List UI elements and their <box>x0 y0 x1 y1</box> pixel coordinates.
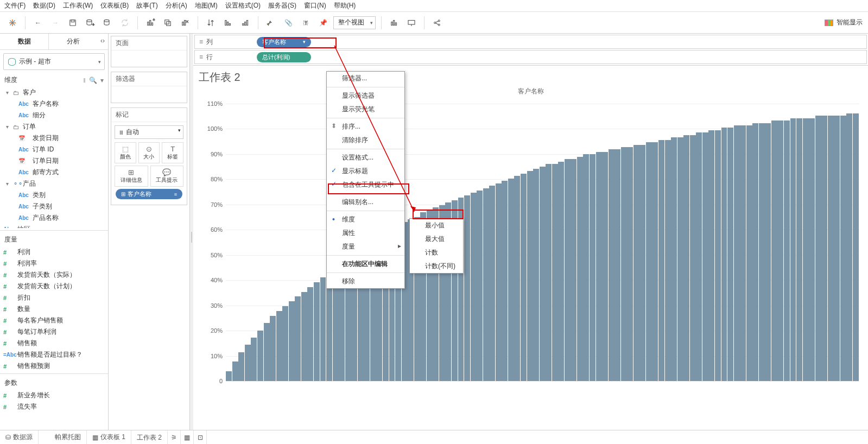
bar[interactable] <box>307 287 313 381</box>
bar[interactable] <box>502 181 508 381</box>
tab-sheet2[interactable]: 工作表 2 <box>131 430 168 444</box>
ctx-count[interactable]: 计数 <box>410 246 463 259</box>
rows-shelf[interactable]: ≡行 总计(利润) <box>194 50 867 64</box>
marks-tooltip[interactable]: 💬工具提示 <box>150 166 184 187</box>
bar[interactable] <box>734 125 740 381</box>
bar[interactable] <box>577 157 583 381</box>
share-icon[interactable] <box>430 16 444 30</box>
field-segment[interactable]: Abc细分 <box>0 110 108 121</box>
smart-show-button[interactable]: 智能显示 <box>825 18 863 27</box>
bar[interactable] <box>846 113 852 381</box>
field-order-date[interactable]: 📅订单日期 <box>0 155 108 167</box>
menu-server[interactable]: 服务器(S) <box>268 1 296 10</box>
bar[interactable] <box>671 137 677 381</box>
bar[interactable] <box>571 159 576 381</box>
marks-size[interactable]: ⊙大小 <box>138 142 160 163</box>
bar[interactable] <box>740 125 746 381</box>
bar[interactable] <box>765 123 771 381</box>
show-cards-icon[interactable] <box>387 16 401 30</box>
bar[interactable] <box>521 174 527 381</box>
menu-format[interactable]: 设置格式(O) <box>225 1 261 10</box>
measure-item[interactable]: #发货前天数（实际） <box>0 269 108 281</box>
bar[interactable] <box>583 154 589 381</box>
bar[interactable] <box>320 277 326 381</box>
folder-order[interactable]: ▾🗀订单 <box>0 121 108 132</box>
bar[interactable] <box>289 301 295 381</box>
menu-analysis[interactable]: 分析(A) <box>166 1 187 10</box>
bar[interactable] <box>614 149 620 381</box>
presentation-icon[interactable] <box>404 16 419 30</box>
bar[interactable] <box>790 118 796 381</box>
bar[interactable] <box>721 128 727 381</box>
bar[interactable] <box>702 132 708 381</box>
chart[interactable] <box>226 104 859 381</box>
measure-item[interactable]: #每名客户销售额 <box>0 315 108 326</box>
field-order-id[interactable]: Abc订单 ID <box>0 144 108 155</box>
pages-card[interactable]: 页面 <box>111 36 187 67</box>
measure-item[interactable]: #销售额预测 <box>0 360 108 371</box>
new-sheet-icon[interactable]: + <box>143 16 157 30</box>
bar[interactable] <box>533 169 539 381</box>
bar[interactable] <box>326 272 332 381</box>
ctx-attribute[interactable]: 属性 <box>327 226 404 240</box>
clear-sheet-icon[interactable] <box>178 16 192 30</box>
pin-icon[interactable]: 📌 <box>316 16 330 30</box>
tab-analysis[interactable]: 分析 <box>49 34 97 49</box>
row-pill-profit[interactable]: 总计(利润) <box>257 52 311 62</box>
bar[interactable] <box>464 195 470 381</box>
measure-item[interactable]: #每笔订单利润 <box>0 326 108 338</box>
ctx-min[interactable]: 最小值 <box>410 219 463 232</box>
ctx-count-distinct[interactable]: 计数(不同) <box>410 259 463 273</box>
columns-shelf[interactable]: ≡列 客户名称▾ <box>194 35 867 49</box>
bar[interactable] <box>471 193 477 381</box>
bar[interactable] <box>815 116 821 381</box>
bar[interactable] <box>777 120 783 381</box>
bar[interactable] <box>853 113 859 381</box>
menu-dashboard[interactable]: 仪表板(B) <box>100 1 129 10</box>
bar[interactable] <box>771 120 777 381</box>
bar[interactable] <box>489 186 495 381</box>
auto-refresh-icon[interactable] <box>118 16 132 30</box>
sort-asc-icon[interactable] <box>221 16 235 30</box>
measure-item[interactable]: #销售额 <box>0 338 108 349</box>
bar[interactable] <box>226 371 232 381</box>
bar[interactable] <box>690 135 696 381</box>
menu-help[interactable]: 帮助(H) <box>334 1 356 10</box>
ctx-remove[interactable]: 移除 <box>327 275 404 288</box>
marks-color[interactable]: ⬚颜色 <box>115 142 136 163</box>
menu-file[interactable]: 文件(F) <box>4 1 26 10</box>
folder-customer[interactable]: ▾🗀客户 <box>0 87 108 98</box>
duplicate-icon[interactable] <box>161 16 175 30</box>
new-story-icon[interactable]: ⊡ <box>194 430 207 444</box>
bar[interactable] <box>752 123 758 381</box>
fit-view-select[interactable]: 整个视图 <box>333 16 376 29</box>
field-ship-date[interactable]: 📅发货日期 <box>0 132 108 144</box>
bar[interactable] <box>796 118 802 381</box>
measure-item[interactable]: #发货前天数（计划） <box>0 281 108 292</box>
refresh-ds-icon[interactable] <box>100 16 115 30</box>
bar[interactable] <box>683 135 689 381</box>
bar[interactable] <box>708 130 714 381</box>
param-new-biz[interactable]: #新业务增长 <box>0 390 108 401</box>
bar[interactable] <box>264 323 270 381</box>
pane-toggle-icon[interactable]: ‹› <box>97 34 108 49</box>
bar[interactable] <box>828 116 834 381</box>
measure-item[interactable]: #折扣 <box>0 292 108 303</box>
bar[interactable] <box>301 292 307 381</box>
field-region[interactable]: Abc地区 <box>0 224 108 228</box>
bar[interactable] <box>821 116 827 381</box>
bar[interactable] <box>295 296 301 381</box>
field-product-name[interactable]: Abc产品名称 <box>0 212 108 224</box>
bar[interactable] <box>715 130 721 381</box>
bar[interactable] <box>270 316 276 381</box>
bar[interactable] <box>677 137 683 381</box>
bar[interactable] <box>314 282 320 381</box>
bar[interactable] <box>784 120 790 381</box>
tab-pareto[interactable]: 帕累托图 <box>49 430 87 444</box>
datasource-select[interactable]: 示例 - 超市 <box>3 53 105 70</box>
bar[interactable] <box>602 152 608 381</box>
bar[interactable] <box>251 338 257 381</box>
folder-product[interactable]: ▾⚬⚬产品 <box>0 178 108 189</box>
new-dashboard-icon[interactable]: ▦ <box>181 430 194 444</box>
tab-data[interactable]: 数据 <box>0 34 49 49</box>
